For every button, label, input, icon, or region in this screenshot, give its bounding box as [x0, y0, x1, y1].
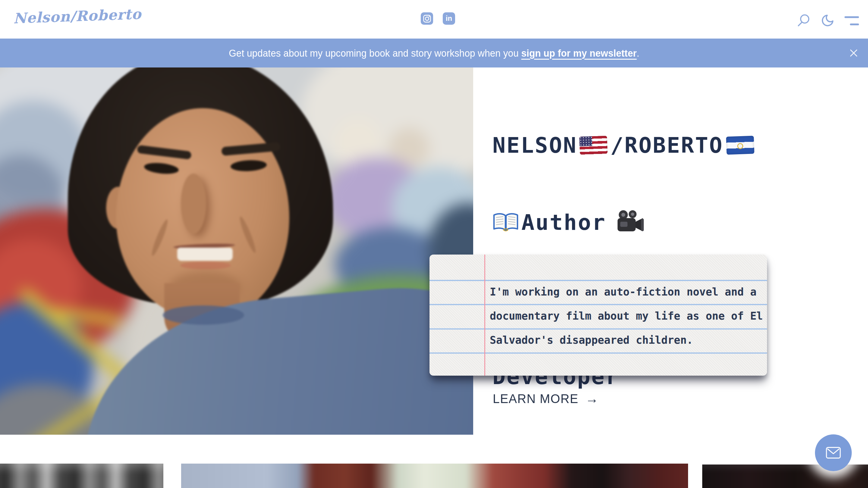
envelope-icon [826, 447, 841, 459]
portrait-man-smiling [0, 67, 473, 435]
moon-dark-mode-icon[interactable] [821, 13, 835, 27]
intro-note-card: I'm working on an auto-fiction novel and… [430, 255, 767, 376]
intro-text: I'm working on an auto-fiction novel and… [490, 280, 763, 352]
newsletter-banner-text: Get updates about my upcoming book and s… [229, 47, 639, 59]
intro-text-line: I'm working on an auto-fiction novel and… [490, 280, 763, 304]
title-roberto: /ROBERTO [610, 133, 723, 158]
nav-actions [797, 13, 859, 27]
instagram-link[interactable] [421, 12, 433, 25]
card-margin-line [484, 255, 485, 376]
banner-text-period: . [637, 47, 639, 59]
gallery-image-black-and-white[interactable] [0, 464, 163, 488]
hero-photo [0, 67, 473, 435]
search-icon[interactable] [797, 13, 811, 27]
newsletter-signup-link[interactable]: sign up for my newsletter [521, 47, 637, 59]
intro-text-line: Salvador's disappeared children. [490, 328, 763, 352]
gallery-image-fill [0, 464, 163, 488]
title-author: Author [521, 210, 606, 235]
menu-icon[interactable] [844, 16, 859, 25]
linkedin-link[interactable]: in [443, 12, 455, 25]
gallery-image-fill [181, 464, 688, 488]
el-salvador-flag-icon [726, 135, 754, 155]
learn-more-label: LEARN MORE [493, 391, 578, 406]
arrow-right-icon: → [585, 390, 598, 407]
page: Nelson/Roberto in [0, 0, 868, 488]
linkedin-icon: in [446, 15, 452, 22]
instagram-icon [423, 15, 431, 23]
us-flag-icon [579, 135, 608, 155]
menu-bar [844, 16, 859, 18]
card-rule-line [430, 352, 767, 354]
social-links: in [421, 12, 455, 25]
intro-text-line: documentary film about my life as one of… [490, 304, 763, 328]
learn-more-link[interactable]: LEARN MORE → [493, 390, 598, 407]
close-icon[interactable] [849, 49, 858, 57]
title-nelson: NELSON [493, 133, 577, 158]
contact-fab-button[interactable] [815, 434, 852, 471]
menu-bar [850, 24, 859, 25]
logo[interactable]: Nelson/Roberto [13, 6, 142, 27]
newsletter-banner: Get updates about my upcoming book and s… [0, 38, 868, 67]
movie-camera-icon [615, 210, 645, 235]
banner-text: Get updates about my upcoming book and s… [229, 47, 521, 59]
gallery-image-red-door[interactable] [181, 464, 688, 488]
title-line-names: NELSON /ROBERTO [493, 132, 754, 158]
title-line-author: Author [493, 209, 754, 235]
top-nav: Nelson/Roberto in [0, 0, 868, 38]
open-book-icon [493, 213, 519, 232]
